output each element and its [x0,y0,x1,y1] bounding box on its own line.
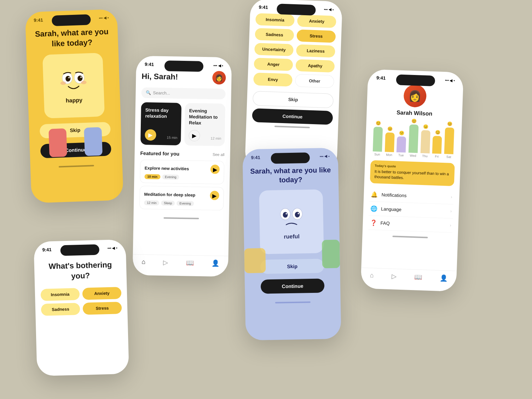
chart-bar-tue [397,136,406,152]
notifications-label: Notifications [381,192,406,198]
globe-icon: 🌐 [370,205,378,212]
stress-relaxation-card[interactable]: Stress day relaxation ▶ 15 min [140,102,181,145]
chart-col-sat: 😊Sat [444,121,455,159]
notifications-left: 🔔 Notifications [371,191,406,199]
faq-left: ❓ FAQ [370,219,390,227]
chart-col-mon: 😊Mon [384,126,395,157]
search-icon: 🔍 [145,90,151,95]
chart-bar-fri [432,136,442,154]
greeting: Hi, Sarah! [141,72,178,82]
emotion-btn-laziness[interactable]: Laziness [296,44,335,58]
search-bar[interactable]: 🔍 Search... [141,87,225,99]
phone6-content: What's bothering you? InsomniaAnxietySad… [34,250,128,325]
chevron-faq: › [450,223,451,228]
bottom-nav-5: ⌂ ▷ 📖 👤 [361,267,457,284]
activity-row-1[interactable]: Explore new activities ▶ 10 min Evening [140,160,224,184]
play-sm-1[interactable]: ▶ [210,164,220,174]
notch-2 [164,60,204,72]
bottom-nav-2: ⌂ ▷ 📖 👤 [133,254,229,270]
emotion-btn-sadness[interactable]: Sadness [255,28,294,41]
activity-top-2: Meditation for deep sleep ▶ [144,190,219,200]
time-6: 9:41 [42,247,51,253]
happy-face-svg [57,67,90,95]
tag-10min: 10 min [144,174,160,179]
emotion-btn-anxiety[interactable]: Anxiety [297,15,336,28]
chart-day-fri: Fri [435,155,439,158]
home-indicator-3 [274,126,310,128]
see-all-link[interactable]: See all [213,152,225,157]
chart-day-mon: Mon [386,153,392,157]
mood-title-1: Sarah, what are you like today? [33,27,111,50]
time-5: 9:41 [376,75,386,81]
emotion-btn6-anxiety[interactable]: Anxiety [82,287,122,300]
nav-home-icon[interactable]: ⌂ [141,258,145,266]
chart-day-tue: Tue [398,154,404,157]
card1-duration: 15 min [167,135,177,140]
continue-button-3[interactable]: Continue [252,108,333,125]
phone4-content: Sarah, what are you like today? rueful S… [243,159,341,308]
emotion-btn6-sadness[interactable]: Sadness [41,303,80,316]
skip-button-4[interactable]: Skip [260,259,324,274]
faq-row[interactable]: ❓ FAQ › [368,216,453,233]
bell-icon: 🔔 [371,191,378,198]
card2-duration: 12 min [210,136,221,140]
emotion-btn6-insomnia[interactable]: Insomnia [41,288,80,301]
phone3-content: InsomniaAnxietySadnessStressUncertaintyL… [246,10,342,133]
play-sm-2[interactable]: ▶ [210,191,219,200]
rueful-face-svg [275,204,307,231]
activity-row-2[interactable]: Meditation for deep sleep ▶ 12 min Sleep… [139,186,224,210]
activity-top-1: Explore new activities ▶ [145,163,220,174]
card1-title: Stress day relaxation [145,107,177,120]
emotion-btn6-stress[interactable]: Stress [83,302,122,315]
section-title: Featured for you [140,150,179,157]
chevron-notifications: › [451,195,452,200]
card2-title: Evening Meditation to Relax [189,108,221,126]
play-button-2[interactable]: ▶ [189,130,200,141]
quote-box: Today's quote It is better to conquer yo… [370,160,455,186]
quote-text: It is better to conquer yourself than to… [374,169,450,182]
question-icon: ❓ [370,219,377,226]
emotion-btn-other[interactable]: Other [295,74,334,88]
rueful-face-card: rueful [259,189,324,254]
phone-happy-mood: 9:41 ▪▪▪ ◀ ▪ Sarah, what are you like to… [25,9,124,203]
deco-blue [84,127,103,156]
deco-red [48,128,67,157]
emotion-btn-stress[interactable]: Stress [296,29,336,43]
deco-yellow-4 [244,248,266,273]
nav-play-icon-5[interactable]: ▷ [391,272,397,280]
mood-chart: 😊Sun😊Mon😕Tue😊Wed😐Thu😊Fri😊Sat [371,121,456,159]
mood-label-1: happy [66,97,83,104]
emotion-btn-envy[interactable]: Envy [253,73,293,87]
nav-home-icon-5[interactable]: ⌂ [370,272,374,279]
emotion-btn-insomnia[interactable]: Insomnia [255,13,295,27]
nav-profile-icon-5[interactable]: 👤 [440,274,448,282]
emotion-btn-anger[interactable]: Anger [254,58,293,71]
language-label: Language [381,206,401,212]
nav-book-icon-5[interactable]: 📖 [414,273,422,281]
meditation-card[interactable]: Evening Meditation to Relax ▶ 12 min [184,103,225,146]
profile-section: 👩 Sarah Wilson [372,83,457,118]
chart-col-sun: 😊Sun [372,121,383,156]
nav-play-icon[interactable]: ▷ [163,259,168,266]
phone1-content: Sarah, what are you like today? [25,20,123,172]
signal-icons-4: ▪▪▪ ◀ ▪ [320,154,330,158]
chart-day-sun: Sun [374,152,380,156]
home-indicator-2 [163,217,199,219]
emotion-btn-uncertainty[interactable]: Uncertainty [254,43,294,56]
nav-profile-icon[interactable]: 👤 [212,259,219,267]
play-button-1[interactable]: ▶ [145,129,156,141]
emotion-btn-apathy[interactable]: Apathy [295,59,335,73]
avatar-large: 👩 [403,84,427,108]
activity2-name: Meditation for deep sleep [144,192,195,198]
signal-icons-1: ▪▪▪ ◀ ▪ [99,16,109,20]
continue-button-4[interactable]: Continue [261,278,325,294]
notch-6 [60,244,99,256]
phone2-content: Hi, Sarah! 👩 🔍 Search... Stress day rela… [134,67,232,216]
nav-book-icon[interactable]: 📖 [186,259,194,267]
skip-button-3[interactable]: Skip [253,91,334,108]
home-indicator-4 [275,301,311,303]
avatar-small[interactable]: 👩 [212,71,226,85]
chart-bar-sat [444,127,455,154]
signal-icons-5: ▪▪▪ ◀ ▪ [445,78,455,82]
chart-col-tue: 😕Tue [396,130,407,157]
